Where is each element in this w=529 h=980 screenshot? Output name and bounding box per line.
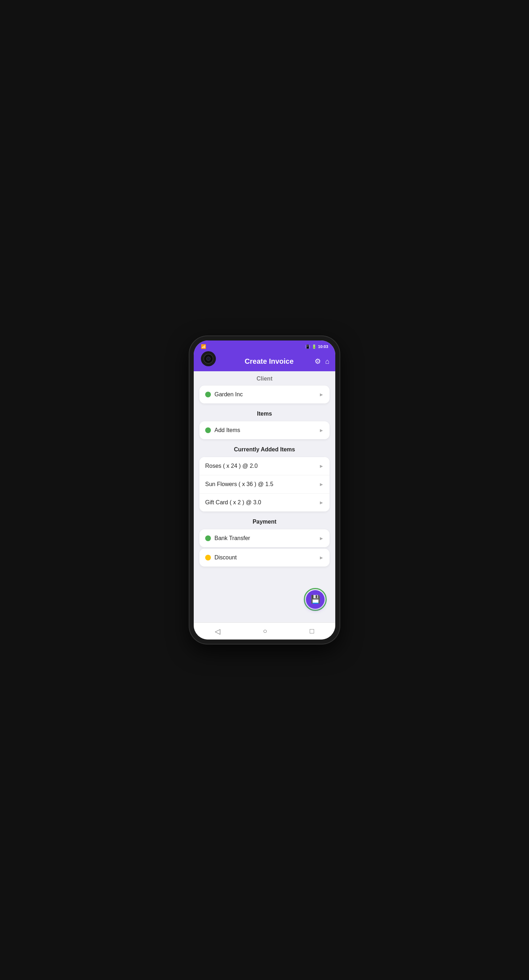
save-icon: 💾 (311, 595, 320, 604)
page-title: Create Invoice (213, 357, 315, 366)
fab-container: 💾 (304, 588, 327, 611)
currently-added-header: Currently Added Items (194, 441, 335, 456)
add-items-label: Add Items (214, 427, 240, 433)
status-right: 📳 🔋 10:03 (305, 344, 328, 349)
discount-chevron: ► (319, 555, 324, 560)
discount-dot (205, 555, 211, 560)
add-items-row[interactable]: Add Items ► (199, 421, 330, 439)
home-icon[interactable]: ⌂ (325, 357, 330, 366)
item-chevron-0: ► (319, 463, 324, 469)
item-chevron-1: ► (319, 481, 324, 487)
client-dot (205, 391, 211, 398)
phone-shell: 📶 📳 🔋 10:03 ← Create Invoice ⚙ ⌂ Client (189, 336, 340, 644)
items-section-header: Items (194, 405, 335, 420)
add-items-dot (205, 427, 211, 433)
item-chevron-2: ► (319, 500, 324, 505)
battery-icon: 🔋 (312, 344, 317, 349)
app-bar-actions: ⚙ ⌂ (315, 357, 330, 366)
bank-transfer-dot (205, 535, 211, 541)
status-left: 📶 (201, 344, 206, 349)
currently-added-group: Roses ( x 24 ) @ 2.0 ► Sun Flowers ( x 3… (199, 457, 330, 511)
save-button[interactable]: 💾 (306, 590, 324, 609)
discount-left: Discount (205, 554, 237, 561)
table-row[interactable]: Sun Flowers ( x 36 ) @ 1.5 ► (199, 475, 330, 493)
item-label-0: Roses ( x 24 ) @ 2.0 (205, 463, 258, 469)
discount-row[interactable]: Discount ► (199, 549, 330, 566)
client-chevron: ► (319, 391, 324, 398)
wifi-icon: 📶 (201, 344, 206, 349)
bank-transfer-label: Bank Transfer (214, 535, 250, 541)
table-row[interactable]: Roses ( x 24 ) @ 2.0 ► (199, 457, 330, 475)
bank-transfer-left: Bank Transfer (205, 535, 250, 541)
add-items-chevron: ► (319, 427, 324, 433)
scroll-content: Client Garden Inc ► Items Add Items ► Cu… (194, 371, 335, 622)
nav-home-button[interactable]: ○ (256, 624, 274, 638)
item-label-1: Sun Flowers ( x 36 ) @ 1.5 (205, 481, 273, 487)
table-row[interactable]: Gift Card ( x 2 ) @ 3.0 ► (199, 493, 330, 511)
client-section-header: Client (194, 371, 335, 384)
camera-lens (203, 354, 213, 364)
nav-back-button[interactable]: ◁ (208, 624, 227, 638)
add-items-row-left: Add Items (205, 427, 240, 433)
client-row-left: Garden Inc (205, 391, 243, 398)
bank-transfer-row[interactable]: Bank Transfer ► (199, 529, 330, 547)
bank-transfer-chevron: ► (319, 535, 324, 541)
settings-icon[interactable]: ⚙ (315, 357, 321, 366)
payment-section-header: Payment (194, 513, 335, 528)
status-bar: 📶 📳 🔋 10:03 (194, 340, 335, 351)
fab-ring: 💾 (304, 588, 327, 611)
status-time: 10:03 (318, 344, 328, 349)
bottom-nav: ◁ ○ □ (194, 622, 335, 640)
client-label: Garden Inc (214, 391, 243, 398)
discount-label: Discount (214, 554, 237, 561)
phone-screen: 📶 📳 🔋 10:03 ← Create Invoice ⚙ ⌂ Client (194, 340, 335, 640)
client-row[interactable]: Garden Inc ► (199, 385, 330, 403)
item-label-2: Gift Card ( x 2 ) @ 3.0 (205, 499, 261, 506)
camera-notch (201, 351, 216, 366)
vibrate-icon: 📳 (305, 344, 310, 349)
nav-recent-button[interactable]: □ (302, 624, 321, 638)
